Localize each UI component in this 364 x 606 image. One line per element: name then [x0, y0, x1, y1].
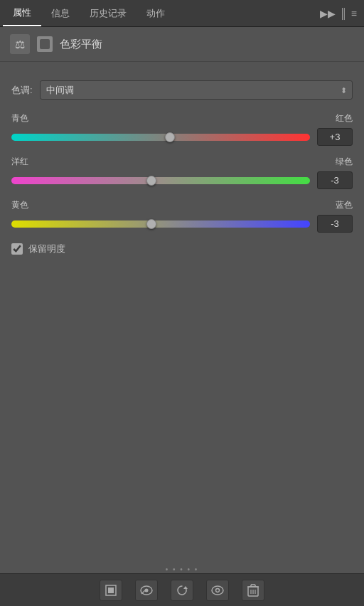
- preserve-luminosity-checkbox[interactable]: [11, 243, 23, 255]
- magenta-green-slider-wrap[interactable]: [11, 174, 310, 187]
- magenta-green-section: 洋红 绿色 -3: [11, 156, 353, 189]
- svg-rect-1: [108, 588, 114, 593]
- yellow-blue-section: 黄色 蓝色 -3: [11, 199, 353, 233]
- tone-label: 色调:: [11, 84, 33, 97]
- balance-icon: ⚖: [10, 34, 30, 54]
- visibility-icon: [211, 585, 224, 595]
- yellow-blue-labels: 黄色 蓝色: [11, 199, 353, 211]
- magenta-green-thumb[interactable]: [146, 176, 156, 186]
- tab-properties[interactable]: 属性: [3, 1, 41, 26]
- blue-label: 蓝色: [336, 199, 353, 211]
- tone-select[interactable]: 阴影 中间调 高光: [40, 80, 353, 100]
- layer-icon: [37, 36, 53, 52]
- yellow-blue-thumb[interactable]: [146, 219, 156, 229]
- content-area: 色调: 阴影 中间调 高光 青色 红色 +3 洋红 绿色: [0, 72, 364, 264]
- svg-marker-4: [183, 586, 188, 589]
- svg-point-5: [212, 586, 223, 595]
- magenta-green-labels: 洋红 绿色: [11, 156, 353, 168]
- yellow-blue-slider-wrap[interactable]: [11, 218, 310, 230]
- clip-to-layer-button[interactable]: [100, 580, 122, 601]
- yellow-blue-row: -3: [11, 215, 353, 233]
- clip-icon: [105, 584, 117, 597]
- tone-select-wrap: 阴影 中间调 高光: [40, 80, 353, 100]
- cyan-red-thumb[interactable]: [165, 132, 175, 142]
- visibility-button[interactable]: [206, 580, 229, 601]
- svg-point-6: [216, 588, 220, 592]
- reset-button[interactable]: [171, 580, 193, 601]
- magenta-label: 洋红: [11, 156, 28, 168]
- cyan-red-value[interactable]: +3: [317, 128, 353, 146]
- tab-info[interactable]: 信息: [41, 1, 80, 26]
- red-label: 红色: [336, 112, 353, 124]
- bottom-toolbar: [0, 573, 364, 606]
- tone-row: 色调: 阴影 中间调 高光: [11, 80, 353, 100]
- magenta-green-value[interactable]: -3: [317, 171, 353, 189]
- yellow-blue-value[interactable]: -3: [317, 215, 353, 233]
- menu-icon[interactable]: ≡: [351, 8, 357, 19]
- reset-icon: [176, 584, 188, 597]
- tab-history[interactable]: 历史记录: [80, 1, 136, 26]
- panel-header: ⚖ 色彩平衡: [0, 27, 364, 61]
- green-label: 绿色: [336, 156, 353, 168]
- resize-handle: • • • • •: [166, 565, 199, 573]
- cyan-red-section: 青色 红色 +3: [11, 112, 353, 146]
- preserve-luminosity-label: 保留明度: [28, 243, 65, 255]
- magenta-green-row: -3: [11, 171, 353, 189]
- preserve-luminosity-row: 保留明度: [11, 243, 353, 255]
- forward-icon[interactable]: ▶▶: [320, 8, 336, 19]
- tab-bar: 属性 信息 历史记录 动作 ▶▶ ║ ≡: [0, 0, 364, 27]
- cyan-red-track: [11, 134, 310, 141]
- tab-extra-icons: ▶▶ ║ ≡: [320, 8, 361, 19]
- magenta-green-track: [11, 177, 310, 184]
- cyan-red-slider-wrap[interactable]: [11, 131, 310, 144]
- tab-actions[interactable]: 动作: [136, 1, 175, 26]
- cyan-label: 青色: [11, 112, 28, 124]
- eye-alt-icon: [140, 585, 153, 595]
- yellow-blue-track: [11, 220, 310, 228]
- cyan-red-labels: 青色 红色: [11, 112, 353, 124]
- eye-alt-button[interactable]: [135, 580, 158, 601]
- delete-button[interactable]: [242, 580, 264, 601]
- delete-icon: [247, 584, 259, 597]
- svg-point-3: [145, 588, 149, 592]
- yellow-label: 黄色: [11, 199, 28, 211]
- cyan-red-row: +3: [11, 128, 353, 146]
- panel-title: 色彩平衡: [60, 38, 102, 51]
- divider-icon: ║: [340, 8, 347, 19]
